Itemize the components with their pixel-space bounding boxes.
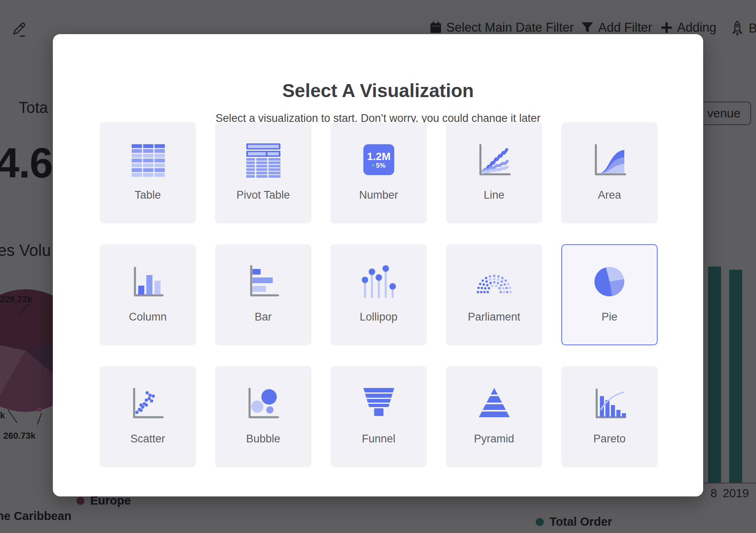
viz-tile-label: Funnel (362, 433, 395, 445)
viz-tile-funnel[interactable]: Funnel (330, 366, 427, 467)
viz-tile-label: Line (484, 189, 504, 202)
viz-tile-bar[interactable]: Bar (215, 244, 311, 345)
viz-tile-label: Bar (254, 311, 272, 323)
viz-tile-table[interactable]: Table (100, 122, 196, 223)
viz-tile-pareto[interactable]: Pareto (561, 366, 658, 467)
area-chart-icon (590, 141, 629, 180)
bar-chart-icon (244, 263, 283, 302)
viz-tile-label: Bubble (246, 433, 280, 445)
table-chart-icon (128, 141, 167, 180)
funnel-chart-icon (359, 385, 398, 424)
viz-tile-pyramid[interactable]: Pyramid (446, 366, 542, 467)
svg-text:1.2M: 1.2M (367, 150, 391, 162)
viz-tile-label: Pivot Table (237, 189, 290, 202)
viz-tile-label: Table (135, 189, 161, 202)
viz-tile-label: Column (129, 311, 167, 323)
viz-tile-label: Scatter (130, 433, 165, 445)
number-chart-icon: 1.2M 5% (359, 141, 398, 180)
pyramid-chart-icon (475, 385, 514, 424)
viz-tile-scatter[interactable]: Scatter (100, 366, 196, 467)
pareto-chart-icon (590, 385, 629, 424)
lollipop-chart-icon (359, 263, 398, 302)
viz-tile-column[interactable]: Column (100, 244, 196, 345)
viz-tile-bubble[interactable]: Bubble (215, 366, 311, 467)
scatter-chart-icon (128, 385, 167, 424)
viz-tile-label: Pareto (593, 433, 626, 445)
viz-tile-pivot[interactable]: Pivot Table (215, 122, 311, 223)
viz-tile-label: Lollipop (360, 311, 398, 323)
viz-tile-label: Pie (602, 311, 617, 323)
viz-tile-parliament[interactable]: Parliament (446, 244, 542, 345)
viz-tile-label: Pyramid (474, 433, 514, 445)
svg-text:5%: 5% (376, 162, 385, 169)
viz-tile-label: Number (359, 189, 398, 202)
viz-tile-area[interactable]: Area (561, 122, 658, 223)
line-chart-icon (475, 141, 514, 180)
viz-tile-line[interactable]: Line (446, 122, 542, 223)
column-chart-icon (128, 263, 167, 302)
modal-title: Select A Visualization (53, 80, 703, 102)
parliament-chart-icon (475, 263, 514, 302)
viz-tile-label: Area (598, 189, 621, 202)
select-visualization-modal: Select A Visualization Select a visualiz… (53, 34, 703, 496)
viz-tile-label: Parliament (468, 311, 520, 323)
viz-tile-pie[interactable]: Pie (561, 244, 658, 345)
viz-tile-lollipop[interactable]: Lollipop (330, 244, 427, 345)
pie-chart-icon (590, 263, 629, 302)
bubble-chart-icon (244, 385, 283, 424)
pivot-chart-icon (244, 141, 283, 180)
viz-tile-number[interactable]: 1.2M 5%Number (330, 122, 427, 223)
visualization-grid: Table Pivot Table 1.2M 5%Number Line Are (100, 122, 658, 467)
